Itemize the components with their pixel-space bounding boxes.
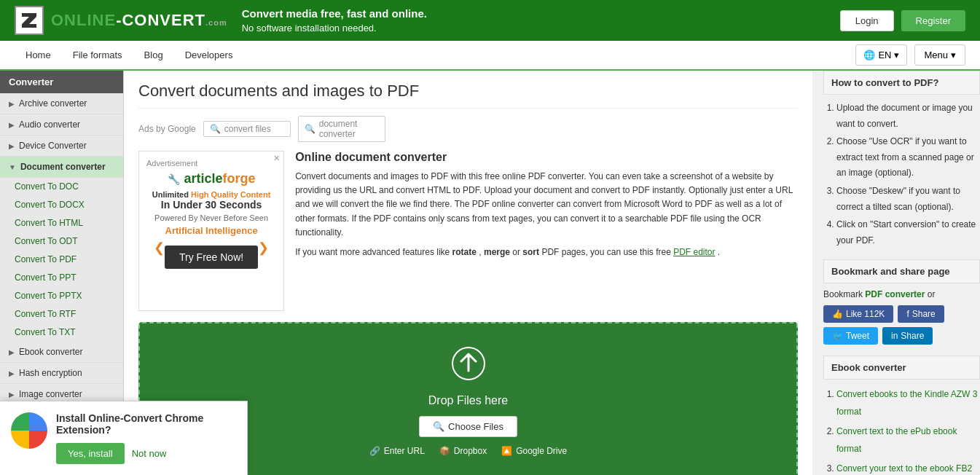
ad-label: Advertisement — [146, 159, 276, 168]
ebook-item-1: Convert ebooks to the Kindle AZW 3 forma… — [836, 385, 980, 420]
ebook-title: Ebook converter — [823, 356, 980, 380]
sidebar-item-device[interactable]: ▶ Device Converter — [0, 136, 123, 157]
sidebar-item-ppt[interactable]: Convert To PPT — [0, 269, 123, 287]
sidebar-item-pptx[interactable]: Convert To PPTX — [0, 287, 123, 305]
ebook-link-3[interactable]: Convert your text to the ebook FB2 forma… — [836, 463, 972, 475]
ad-headline: Unlimited High Quality Content — [146, 190, 276, 199]
ebook-item-3: Convert your text to the ebook FB2 forma… — [836, 460, 980, 475]
upload-icon — [154, 345, 782, 388]
nav-right: 🌐 EN ▾ Menu ▾ — [855, 44, 965, 66]
upload-links: 🔗 Enter URL 📦 Dropbox 🔼 Google Drive — [154, 446, 782, 456]
globe-icon: 🌐 — [863, 50, 875, 60]
ad-sub: Powered By Never Before Seen — [146, 213, 276, 222]
language-selector[interactable]: 🌐 EN ▾ — [855, 44, 907, 66]
sidebar-item-doc[interactable]: Convert To DOC — [0, 178, 123, 196]
pdf-editor-link[interactable]: PDF editor — [673, 247, 715, 257]
sidebar-item-txt[interactable]: Convert To TXT — [0, 323, 123, 342]
sidebar-item-hash[interactable]: ▶ Hash encryption — [0, 363, 123, 384]
page-title: Convert documents and images to PDF — [138, 82, 798, 109]
nav-home[interactable]: Home — [15, 41, 62, 69]
ebook-section: Ebook converter Convert ebooks to the Ki… — [823, 356, 980, 475]
facebook-share-button[interactable]: f Share — [898, 305, 944, 323]
tagline: Convert media free, fast and online. No … — [242, 6, 427, 34]
header: ONLINE-CONVERT.com Convert media free, f… — [0, 0, 980, 41]
logo-text: ONLINE-CONVERT.com — [51, 11, 227, 30]
howto-section: How to convert to PDF? Upload the docume… — [823, 71, 980, 248]
linkedin-share-button[interactable]: in Share — [882, 327, 933, 345]
ebook-link-1[interactable]: Convert ebooks to the Kindle AZW 3 forma… — [836, 389, 977, 417]
twitter-tweet-button[interactable]: 🐦 Tweet — [823, 327, 878, 345]
sidebar-item-docx[interactable]: Convert To DOCX — [0, 196, 123, 214]
howto-step-2: Choose "Use OCR" if you want to extract … — [836, 134, 980, 181]
ad-headline2: In Under 30 Seconds — [146, 199, 276, 211]
sidebar-item-odt[interactable]: Convert To ODT — [0, 232, 123, 251]
bookmark-title: Bookmark and share page — [823, 259, 980, 283]
howto-step-3: Choose "Deskew" if you want to correct a… — [836, 184, 980, 215]
chrome-extension-popup: Install Online-Convert Chrome Extension?… — [0, 401, 248, 475]
ebook-link-2[interactable]: Convert text to the ePub ebook format — [836, 426, 957, 454]
converter-text2: If you want more advanced features like … — [295, 246, 798, 259]
bookmark-line: Bookmark PDF converter or — [823, 289, 980, 299]
howto-title: How to convert to PDF? — [823, 71, 980, 95]
content-area: ✕ Advertisement 🔧 articleforge Unlimited… — [138, 151, 798, 311]
search-icon: 🔍 — [433, 421, 444, 432]
arrow-down-icon: ▼ — [9, 163, 16, 171]
chrome-popup-title: Install Online-Convert Chrome Extension? — [56, 412, 236, 436]
chrome-popup-buttons: Yes, install Not now — [56, 443, 236, 464]
ebook-item-2: Convert text to the ePub ebook format — [836, 423, 980, 458]
right-arrow-icon: ❯ — [258, 240, 269, 269]
chrome-popup-inner: Install Online-Convert Chrome Extension?… — [11, 412, 236, 464]
arrow-right-icon: ▶ — [9, 100, 15, 108]
linkedin-icon: in — [891, 331, 898, 341]
dropbox-icon: 📦 — [439, 446, 450, 456]
drop-text: Drop Files here — [154, 394, 782, 407]
sidebar-item-ebook[interactable]: ▶ Ebook converter — [0, 342, 123, 363]
login-button[interactable]: Login — [840, 10, 894, 31]
sidebar-item-archive[interactable]: ▶ Archive converter — [0, 93, 123, 114]
dropbox-link[interactable]: 📦 Dropbox — [439, 446, 487, 456]
howto-step-4: Click on "Start conversion" to create yo… — [836, 217, 980, 248]
sidebar-item-html[interactable]: Convert To HTML — [0, 214, 123, 232]
sidebar-item-audio[interactable]: ▶ Audio converter — [0, 114, 123, 136]
social-buttons: 👍 Like 112K f Share 🐦 Tweet in Share — [823, 305, 980, 345]
sidebar-item-document[interactable]: ▼ Document converter — [0, 157, 123, 178]
choose-files-button[interactable]: 🔍 Choose Files — [419, 416, 517, 437]
howto-step-1: Upload the document or image you want to… — [836, 101, 980, 132]
nav-blog[interactable]: Blog — [133, 41, 174, 69]
arrow-right-icon: ▶ — [9, 142, 15, 150]
menu-button[interactable]: Menu ▾ — [914, 44, 965, 66]
converter-description: Online document converter Convert docume… — [295, 151, 798, 311]
nav-developers[interactable]: Developers — [174, 41, 244, 69]
converter-subtitle: Online document converter — [295, 151, 798, 164]
try-free-button[interactable]: Try Free Now! — [165, 246, 258, 269]
logo-icon — [15, 6, 44, 35]
facebook-like-button[interactable]: 👍 Like 112K — [823, 305, 893, 323]
logo-area: ONLINE-CONVERT.com — [15, 6, 227, 35]
google-drive-icon: 🔼 — [501, 446, 512, 456]
sidebar-header: Converter — [0, 71, 123, 93]
yes-install-button[interactable]: Yes, install — [56, 443, 125, 464]
bookmark-section: Bookmark and share page Bookmark PDF con… — [823, 259, 980, 345]
chrome-icon — [11, 412, 47, 449]
arrow-right-icon: ▶ — [9, 348, 15, 356]
google-drive-link[interactable]: 🔼 Google Drive — [501, 446, 567, 456]
enter-url-link[interactable]: 🔗 Enter URL — [369, 446, 425, 456]
chevron-down-icon: ▾ — [894, 50, 899, 60]
sidebar-item-rtf[interactable]: Convert To RTF — [0, 305, 123, 323]
facebook-icon: 👍 — [832, 309, 843, 319]
nav-file-formats[interactable]: File formats — [62, 41, 133, 69]
close-ad-button[interactable]: ✕ — [273, 154, 280, 163]
sidebar-item-pdf[interactable]: Convert To PDF — [0, 251, 123, 269]
ad-search-2[interactable]: 🔍 document converter — [298, 116, 385, 142]
pdf-converter-link[interactable]: PDF converter — [865, 289, 925, 299]
register-button[interactable]: Register — [901, 10, 965, 31]
ad-search-1[interactable]: 🔍 convert files — [203, 121, 291, 137]
ebook-list: Convert ebooks to the Kindle AZW 3 forma… — [823, 385, 980, 475]
twitter-icon: 🐦 — [832, 331, 843, 341]
left-arrow-icon: ❮ — [154, 240, 165, 269]
navigation: Home File formats Blog Developers 🌐 EN ▾… — [0, 41, 980, 71]
link-icon: 🔗 — [369, 446, 380, 456]
not-now-button[interactable]: Not now — [132, 448, 167, 459]
right-panel: How to convert to PDF? Upload the docume… — [812, 71, 980, 475]
howto-list: Upload the document or image you want to… — [823, 101, 980, 248]
